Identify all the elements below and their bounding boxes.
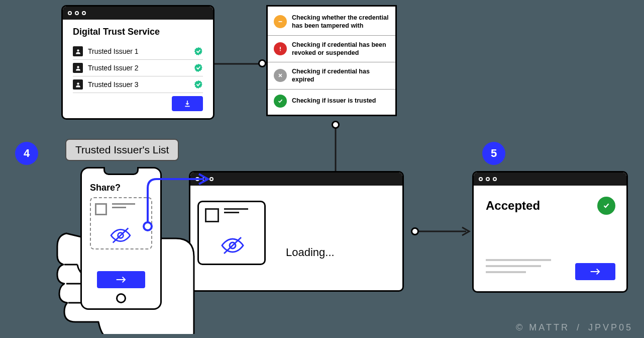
share-button[interactable] [97,271,145,288]
exclamation-icon [274,42,287,55]
window-titlebar [474,173,626,186]
issuer-row: Trusted Issuer 1 [73,43,203,60]
svg-point-7 [144,222,152,230]
check-row-tamper: Checking whether the credential has been… [268,9,395,36]
svg-point-4 [280,50,281,51]
copyright-text: © MATTR [516,322,570,333]
verifier-loading-window: Loading... [189,171,404,292]
svg-rect-3 [280,47,281,49]
check-icon [274,95,287,108]
diagram-code: JPVP05 [588,322,633,333]
arrow-right-icon [589,268,601,276]
placeholder-text-lines [486,259,551,277]
loading-text: Loading... [286,246,335,259]
issuer-name: Trusted Issuer 3 [88,80,189,89]
svg-point-2 [77,82,79,84]
svg-point-1 [77,66,79,68]
check-row-revoked: Checking if credential has been revoked … [268,36,395,63]
accepted-window: Accepted [472,171,628,293]
separator: / [577,322,581,333]
step-badge-5: 5 [482,142,505,165]
verified-seal-icon [194,80,203,89]
svg-line-12 [113,228,129,243]
issuer-name: Trusted Issuer 2 [88,64,189,72]
check-row-expired: Checking if credential has expired [268,62,395,90]
trusted-issuers-label: Trusted Issuer's List [65,139,179,161]
connector-node [258,59,266,67]
minus-icon [274,15,287,28]
trust-service-title: Digital Trust Service [73,27,203,37]
connector-arrow [414,226,472,236]
check-text: Checking if credential has been revoked … [292,41,389,57]
verified-seal-icon [194,63,203,72]
step-badge-4: 4 [15,142,38,165]
download-icon [183,100,191,108]
verified-seal-icon [194,47,203,56]
issuer-row: Trusted Issuer 3 [73,76,203,93]
window-titlebar [63,7,213,20]
share-arrow [129,173,213,233]
connector-node [332,121,340,129]
eye-off-icon [220,235,245,256]
trust-service-window: Digital Trust Service Trusted Issuer 1 T… [61,5,214,120]
issuer-name: Trusted Issuer 1 [88,47,189,55]
window-titlebar [190,173,402,186]
person-icon [73,79,83,90]
connector-node [411,227,419,235]
person-icon [73,46,83,56]
check-text: Checking if credential has expired [292,67,389,84]
check-text: Checking if issuer is trusted [292,97,376,105]
continue-button[interactable] [575,263,615,280]
footer-credits: © MATTR / JPVP05 [516,322,633,333]
issuer-row: Trusted Issuer 2 [73,60,203,76]
arrow-right-icon [115,276,127,284]
check-text: Checking whether the credential has been… [292,14,389,30]
verification-checks-panel: Checking whether the credential has been… [266,5,397,116]
download-button[interactable] [172,96,203,111]
check-row-trusted: Checking if issuer is trusted [268,90,395,113]
person-icon [73,63,83,73]
x-icon [274,69,287,82]
success-check-icon [597,197,615,215]
svg-line-9 [224,237,241,254]
svg-point-0 [77,49,79,51]
accepted-heading: Accepted [486,199,614,213]
